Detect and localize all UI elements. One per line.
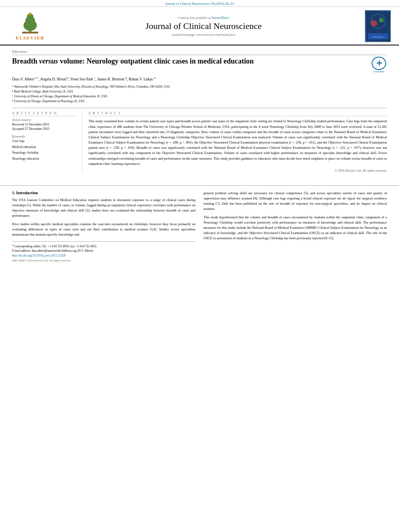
journal-header: ELSEVIER Contents lists available at Sci…	[0, 7, 399, 45]
svg-rect-4	[22, 31, 38, 33]
accepted-date: Accepted 27 December 2015	[12, 127, 78, 131]
list-item: Medical education	[12, 144, 78, 150]
abstract-title: A B S T R A C T	[88, 111, 387, 116]
article-type: Education	[12, 49, 387, 55]
elsevier-tree-icon	[14, 12, 46, 35]
issn-line: 0967-5868/© 2016 Elsevier Ltd. All right…	[12, 259, 195, 263]
article-title-row: Breadth versus volume: Neurology outpati…	[12, 57, 387, 73]
journal-ref-text: Journal of Clinical Neuroscience 28 (201…	[165, 2, 234, 6]
science-direct-anchor[interactable]: ScienceDirect	[212, 16, 230, 20]
crossmark-badge[interactable]: ✛ CrossMark	[371, 57, 387, 73]
svg-point-10	[379, 18, 384, 23]
crossmark-icon: ✛	[372, 57, 386, 70]
right-para2: This study hypothesized that the volume …	[204, 215, 387, 241]
main-content: 1. Introduction The USA Liaison Committe…	[0, 191, 399, 263]
journal-title-section: Contents lists available at ScienceDirec…	[52, 16, 355, 37]
article-info-panel: A R T I C L E I N F O Article history: R…	[12, 111, 82, 173]
journal-homepage: journal homepage: www.elsevier.com/locat…	[52, 33, 355, 37]
list-item: Neurology education	[12, 156, 78, 162]
footnote-section: * Corresponding author. Tel.: +1 614 722…	[12, 241, 195, 263]
list-item: Neurology clerkship	[12, 150, 78, 156]
intro-left-column: 1. Introduction The USA Liaison Committe…	[12, 191, 195, 263]
received-date: Received 11 December 2015	[12, 123, 78, 126]
corresponding-author: * Corresponding author. Tel.: +1 614 722…	[12, 244, 195, 249]
journal-cover-section: neuroscience	[355, 10, 391, 42]
intro-heading: 1. Introduction	[12, 191, 195, 195]
doi-link[interactable]: http://dx.doi.org/10.1016/j.jocn.2015.12…	[12, 253, 195, 258]
keywords-list: Case logs Medical education Neurology cl…	[12, 138, 78, 162]
authors-line: Dara V. Albert a,*, Angela D. Blood b, Y…	[12, 76, 387, 82]
science-direct-link: Contents lists available at ScienceDirec…	[52, 16, 355, 20]
article-info-abstract: A R T I C L E I N F O Article history: R…	[12, 108, 387, 173]
article-history-label: Article history:	[12, 118, 78, 122]
article-section: Education Breadth versus volume: Neurolo…	[0, 45, 399, 181]
intro-para2: Prior studies within specific medical sp…	[12, 222, 195, 238]
article-info-title: A R T I C L E I N F O	[12, 111, 78, 116]
intro-right-column: general problem solving skills are neces…	[204, 191, 387, 263]
journal-cover-image: neuroscience	[365, 10, 391, 42]
affiliations: a Nationwide Children's Hospital, Ohio S…	[12, 84, 387, 104]
author-email: E-mail address: dara.albert@nationwidech…	[12, 249, 195, 253]
right-para1: general problem solving skills are neces…	[204, 191, 387, 212]
elsevier-logo-section: ELSEVIER	[8, 12, 52, 40]
intro-para1: The USA Liaison Committee on Medical Edu…	[12, 197, 195, 219]
journal-title: Journal of Clinical Neuroscience	[52, 21, 355, 31]
svg-text:neuroscience: neuroscience	[372, 36, 383, 38]
article-title: Breadth versus volume: Neurology outpati…	[12, 57, 365, 66]
list-item: Case logs	[12, 138, 78, 144]
svg-point-9	[371, 20, 377, 27]
keywords-title: Keywords:	[12, 135, 78, 138]
keywords-section: Keywords: Case logs Medical education Ne…	[12, 135, 78, 162]
abstract-text: This study examined how volume in certai…	[88, 119, 387, 166]
elsevier-wordmark: ELSEVIER	[16, 35, 45, 40]
abstract-panel: A B S T R A C T This study examined how …	[88, 111, 387, 173]
journal-reference: Journal of Clinical Neuroscience 28 (201…	[0, 0, 399, 7]
section-divider	[0, 185, 399, 186]
copyright-line: © 2016 Elsevier Ltd. All rights reserved…	[88, 169, 387, 173]
